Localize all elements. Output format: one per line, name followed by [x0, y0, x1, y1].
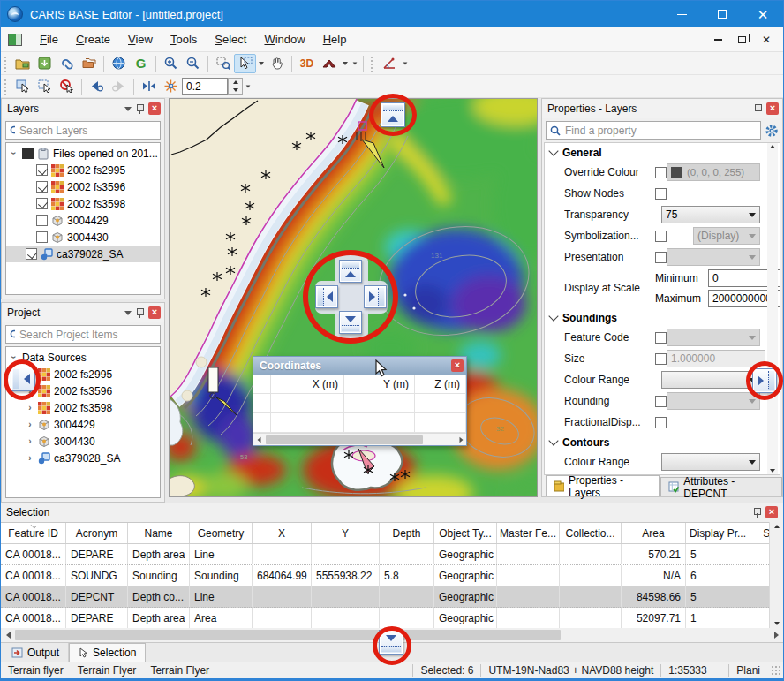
show-nodes-checkbox[interactable] [655, 188, 667, 200]
dock-left-edge-button[interactable] [11, 367, 35, 391]
fractional-display-checkbox[interactable] [655, 417, 667, 428]
coordinates-window[interactable]: Coordinates × X (m) Y (m) Z (m) [253, 356, 467, 446]
project-panel-titlebar[interactable]: Project × [2, 303, 164, 322]
table-row[interactable]: CA 00018... DEPARE Depth area Area Geogr… [1, 608, 769, 629]
layers-panel-titlebar[interactable]: Layers × [2, 99, 164, 118]
angle-measure-button[interactable] [378, 54, 400, 73]
column-header[interactable]: Master Fe... [497, 523, 560, 543]
open-file-button[interactable] [11, 54, 34, 73]
select-tool-dropdown[interactable] [256, 54, 266, 73]
scroll-left-icon[interactable] [253, 435, 264, 445]
gear-icon[interactable] [765, 124, 779, 138]
tolerance-spinner[interactable] [228, 78, 243, 95]
coordinates-hscrollbar[interactable] [253, 433, 466, 445]
properties-pin-icon[interactable] [753, 103, 763, 115]
override-colour-checkbox[interactable] [655, 167, 667, 178]
google-earth-button[interactable]: G [130, 54, 152, 73]
layer-checkbox[interactable] [36, 181, 48, 193]
column-header[interactable]: Name [128, 523, 190, 543]
select-tool-button[interactable] [234, 54, 256, 73]
properties-scrollbar[interactable] [767, 143, 778, 474]
table-row[interactable]: CA 00018... DEPARE Depth area Line Geogr… [1, 544, 769, 565]
spinner-down-icon[interactable] [229, 87, 242, 95]
dock-center-right-button[interactable] [364, 285, 387, 308]
dock-bottom-edge-button[interactable] [379, 630, 403, 655]
collapse-icon[interactable] [548, 146, 558, 155]
selection-panel-titlebar[interactable]: Selection × [1, 503, 783, 522]
scroll-thumb[interactable] [266, 435, 423, 444]
tab-selection[interactable]: Selection [69, 643, 146, 662]
rounding-checkbox[interactable] [655, 396, 667, 407]
section-general[interactable]: General [545, 143, 780, 162]
layer-item-2002-fs3596[interactable]: 2002 fs3596 [6, 178, 160, 195]
scroll-down-icon[interactable] [774, 622, 780, 625]
scroll-right-icon[interactable] [769, 628, 783, 642]
size-checkbox[interactable] [655, 353, 667, 365]
flyer-dropdown[interactable] [340, 54, 350, 73]
tab-output[interactable]: Output [3, 643, 69, 662]
layer-checkbox[interactable] [36, 198, 48, 209]
column-header[interactable]: Object Ty... [434, 523, 497, 543]
dock-center-left-button[interactable] [315, 285, 338, 308]
layer-item-3004430[interactable]: 3004430 [6, 229, 160, 246]
menu-help[interactable]: Help [314, 29, 356, 49]
layer-item-2002-fs2995[interactable]: 2002 fs2995 [6, 162, 160, 178]
tolerance-input[interactable] [182, 78, 228, 95]
resize-grip[interactable] [771, 665, 781, 676]
column-header[interactable]: Y [312, 523, 380, 543]
feature-code-combobox[interactable] [667, 329, 760, 346]
properties-panel-titlebar[interactable]: Properties - Layers × [542, 99, 782, 118]
layer-checkbox[interactable] [22, 148, 34, 159]
dock-center-up-button[interactable] [339, 260, 362, 283]
project-item-2002-fs3598[interactable]: › 2002 fs3598 [6, 399, 160, 416]
toolbar2-grip[interactable] [4, 79, 8, 95]
mdi-minimize-button[interactable] [714, 39, 722, 41]
project-item-data-sources[interactable]: › Data Sources [6, 349, 160, 366]
scroll-left-icon[interactable] [1, 628, 15, 642]
layer-item-3004429[interactable]: 3004429 [6, 212, 160, 229]
column-header[interactable]: Geometry [190, 523, 253, 543]
maximize-button[interactable] [702, 1, 743, 27]
scroll-up-icon[interactable] [774, 525, 780, 528]
expander-icon[interactable]: › [10, 352, 19, 362]
select-rect-button[interactable] [11, 77, 34, 96]
select-lasso-button[interactable] [34, 77, 56, 96]
mdi-close-button[interactable]: ✕ [762, 34, 771, 45]
coordinates-close-icon[interactable]: × [451, 359, 464, 372]
column-header[interactable]: Depth [380, 523, 434, 543]
layer-checkbox[interactable] [36, 231, 48, 243]
transparency-combobox[interactable]: 75 [661, 206, 760, 223]
layers-close-icon[interactable]: × [148, 102, 161, 115]
feature-code-checkbox[interactable] [655, 332, 667, 344]
size-input[interactable] [667, 350, 765, 367]
link-button[interactable] [56, 54, 78, 73]
collapse-icon[interactable] [548, 311, 558, 321]
zoom-in-button[interactable] [160, 54, 182, 73]
minimize-button[interactable] [661, 1, 702, 27]
collapse-icon[interactable] [548, 435, 558, 445]
override-colour-swatch[interactable]: (0, 0, 0, 255) [667, 163, 760, 181]
previous-selection-button[interactable] [86, 77, 108, 96]
property-search[interactable] [546, 121, 761, 140]
section-soundings[interactable]: Soundings [545, 308, 780, 327]
menu-tools[interactable]: Tools [162, 29, 206, 49]
table-row[interactable]: CA 00018... SOUNDG Sounding Sounding 684… [1, 565, 769, 586]
layer-item-2002-fs3598[interactable]: 2002 fs3598 [6, 195, 160, 212]
toolbar2-overflow[interactable] [243, 77, 253, 96]
mdi-restore-button[interactable] [738, 36, 746, 43]
snap-point-button[interactable] [160, 77, 182, 96]
dock-right-edge-button[interactable] [752, 368, 777, 393]
expander-icon[interactable]: › [26, 420, 34, 429]
symbolization-checkbox[interactable] [655, 231, 667, 242]
project-search[interactable] [5, 325, 161, 344]
layers-search[interactable] [5, 121, 161, 140]
globe-button[interactable] [108, 54, 130, 73]
layers-search-input[interactable] [19, 125, 156, 137]
toolbar-overflow[interactable] [350, 54, 359, 73]
pan-hand-button[interactable] [266, 54, 288, 73]
layers-pin-icon[interactable] [135, 103, 145, 115]
section-contours[interactable]: Contours [545, 433, 780, 451]
dock-top-button[interactable] [381, 102, 405, 127]
property-search-input[interactable] [565, 125, 757, 137]
layer-item-ca379028-sa[interactable]: ca379028_SA [6, 246, 160, 262]
